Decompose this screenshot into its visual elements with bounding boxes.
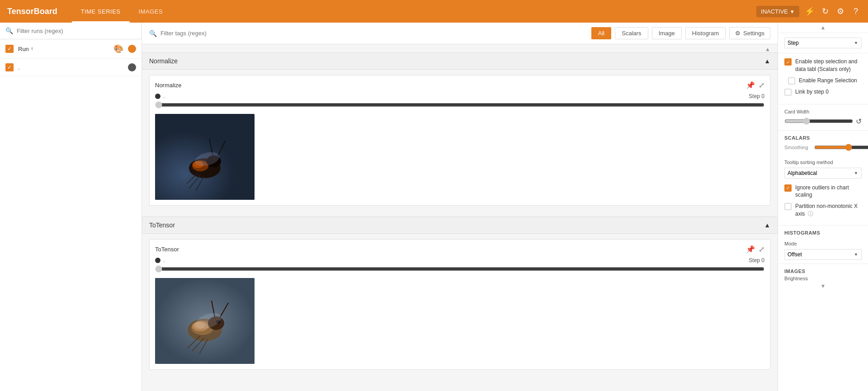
rp-xaxis-section: Step Relative Wall [778,33,868,53]
card-header-totensor: ToTensor 📌 ⤢ [155,245,764,254]
enable-step-selection-label: Enable step selection and data tabl (Sca… [795,58,862,73]
step-dot-normalize [155,94,160,99]
section-header-normalize[interactable]: Normalize ▲ [142,52,778,70]
rp-step-selection-section: Enable step selection and data tabl (Sca… [778,53,868,104]
xaxis-select[interactable]: Step Relative Wall [784,38,862,48]
scalars-header: SCALARS [778,131,868,142]
card-totensor: ToTensor 📌 ⤢ . Step 0 [149,239,770,370]
nav-tabs: TIME SERIES IMAGES [72,0,172,23]
settings-gear-icon: ⚙ [735,30,741,37]
enable-step-selection-row: Enable step selection and data tabl (Sca… [784,58,862,73]
ignore-outliers-label: Ignore outliers in chart scaling [795,184,862,199]
refresh-icon[interactable]: ↻ [820,6,830,16]
card-width-row: ↺ [784,117,862,126]
right-panel-scroll-up[interactable]: ▲ [778,23,868,33]
tooltip-select[interactable]: Alphabetical Ascending Descending Defaul… [784,168,862,179]
main-content: 🔍 All Scalars Image Histogram ⚙ Settings… [142,23,778,391]
link-by-step-row: Link by step 0 [784,88,862,96]
card-image-totensor [155,278,255,364]
pin-icon-totensor[interactable]: 📌 [746,245,755,254]
card-normalize: Normalize 📌 ⤢ . Step 0 [149,75,770,206]
partition-non-monotonic-row: Partition non-monotonic X axis ⓘ [784,203,862,218]
expand-icon-totensor[interactable]: ⤢ [759,245,764,254]
run-label-dot: . [18,64,123,71]
tooltip-section: Tooltip sorting method Alphabetical Asce… [778,156,868,182]
scroll-up-indicator: ▲ [765,46,770,52]
run-label-root: Run ↑ [18,46,109,52]
tab-image[interactable]: Image [652,27,682,39]
run-checkbox-root[interactable] [5,45,14,53]
tab-all[interactable]: All [591,27,611,39]
topnav-right: INACTIVE ▾ ⚡ ↻ ⚙ ? [756,6,861,17]
run-list: Run ↑ 🎨 . [0,39,142,391]
card-actions-normalize: 📌 ⤢ [746,81,764,90]
step-slider-totensor[interactable] [155,265,764,273]
right-panel: ▲ Step Relative Wall Enable step selecti… [778,23,868,391]
filter-tabs: All Scalars Image Histogram [591,27,726,39]
card-width-label: Card Width [784,109,862,114]
nav-tab-time-series[interactable]: TIME SERIES [72,0,130,23]
section-collapse-icon-normalize: ▲ [764,57,770,65]
histograms-header: HISTOGRAMS [778,226,868,237]
run-item-root: Run ↑ 🎨 [0,39,142,59]
section-content-totensor: ToTensor 📌 ⤢ . Step 0 [142,234,778,381]
rp-xaxis-select-wrapper: Step Relative Wall [784,38,862,48]
smoothing-label: Smoothing [784,145,811,150]
partition-non-monotonic-checkbox[interactable] [784,203,792,210]
enable-step-selection-checkbox[interactable] [784,58,792,66]
filter-bar: 🔍 All Scalars Image Histogram ⚙ Settings [142,23,778,44]
rp-card-width-section: Card Width ↺ [778,104,868,131]
section-content-normalize: Normalize 📌 ⤢ . Step 0 [142,70,778,217]
section-collapse-icon-totensor: ▲ [764,221,770,229]
bolt-icon[interactable]: ⚡ [805,6,815,16]
ignore-outliers-section: Ignore outliers in chart scaling Partiti… [778,182,868,225]
tab-histogram[interactable]: Histogram [685,27,726,39]
run-checkbox-dot[interactable] [5,63,14,71]
enable-range-selection-row: Enable Range Selection [788,77,862,85]
histograms-mode-section: Mode Offset Overlay [778,237,868,264]
nav-tab-images[interactable]: IMAGES [130,0,172,23]
inactive-button[interactable]: INACTIVE ▾ [756,6,799,17]
smoothing-slider[interactable] [814,144,868,151]
expand-icon-normalize[interactable]: ⤢ [759,81,764,90]
tag-filter-input[interactable] [160,30,588,37]
scroll-down-indicator[interactable]: ▼ [778,283,868,289]
card-title-totensor: ToTensor [155,246,179,253]
card-header-normalize: Normalize 📌 ⤢ [155,81,764,90]
partition-help-icon[interactable]: ⓘ [808,211,813,217]
card-width-reset-icon[interactable]: ↺ [856,117,862,126]
enable-range-selection-checkbox[interactable] [788,77,795,85]
run-filter-input[interactable] [17,28,136,34]
tab-scalars[interactable]: Scalars [615,27,648,39]
settings-button[interactable]: ⚙ Settings [729,27,770,39]
pin-icon-normalize[interactable]: 📌 [746,81,755,90]
card-width-slider[interactable] [784,118,853,125]
card-title-normalize: Normalize [155,82,182,89]
logo: TensorBoard [7,7,57,16]
settings-icon[interactable]: ⚙ [835,6,845,16]
run-color-dot-root [128,45,136,53]
palette-icon[interactable]: 🎨 [113,44,123,54]
search-icon: 🔍 [5,27,13,34]
tooltip-select-wrapper: Alphabetical Ascending Descending Defaul… [784,168,862,179]
images-header: IMAGES [778,264,868,276]
run-color-dot-dot [128,63,136,71]
histograms-mode-select[interactable]: Offset Overlay [784,249,862,260]
link-by-step-checkbox[interactable] [784,89,792,96]
enable-range-selection-label: Enable Range Selection [799,77,857,85]
help-icon[interactable]: ? [851,6,861,16]
ignore-outliers-row: Ignore outliers in chart scaling [784,184,862,199]
step-slider-normalize[interactable] [155,101,764,108]
smoothing-row: Smoothing 0.6 [778,142,868,156]
sidebar: 🔍 Run ↑ 🎨 . [0,23,142,391]
run-item-dot: . [0,59,142,76]
filter-search-icon: 🔍 [149,30,157,37]
layout: 🔍 Run ↑ 🎨 . [0,23,868,391]
section-totensor: ToTensor ▲ ToTensor 📌 ⤢ . Step 0 [142,217,778,381]
histograms-mode-label: Mode [784,241,862,246]
ignore-outliers-checkbox[interactable] [784,184,792,192]
section-header-totensor[interactable]: ToTensor ▲ [142,217,778,234]
step-dot-totensor [155,258,160,263]
scroll-up-arrow: ▲ [821,24,826,31]
tooltip-label: Tooltip sorting method [784,160,862,165]
